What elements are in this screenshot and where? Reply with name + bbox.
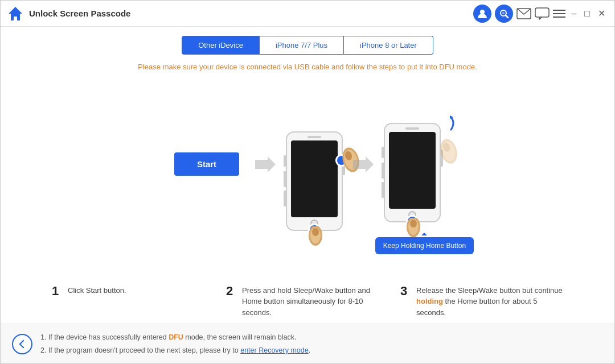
- title-bar-left: Unlock Screen Passcode: [7, 6, 130, 22]
- minimize-button[interactable]: –: [569, 7, 579, 20]
- arrow-1: [255, 156, 276, 172]
- app-title: Unlock Screen Passcode: [29, 9, 130, 18]
- bottom-note-1: 1. If the device has successfully entere…: [40, 331, 603, 344]
- side-btn-left3-2: [284, 191, 286, 206]
- svg-point-4: [502, 12, 505, 14]
- step-1-desc: 1 Click Start button.: [52, 285, 215, 318]
- svg-rect-6: [535, 8, 549, 17]
- phone-step3: Keep Holding Home Button: [384, 123, 441, 239]
- chat-icon[interactable]: [535, 7, 550, 20]
- user-icon[interactable]: [473, 5, 491, 23]
- step-1-text: Click Start button.: [68, 285, 126, 296]
- release-arrow-icon: [434, 113, 456, 134]
- maximize-button[interactable]: □: [582, 7, 592, 20]
- finger-bottom-2: [302, 226, 329, 254]
- home-icon: [7, 6, 23, 22]
- subtitle-text: Please make sure your device is connecte…: [138, 63, 477, 71]
- tab-iphone8-later[interactable]: iPhone 8 or Later: [344, 36, 433, 55]
- steps-row: Start: [18, 78, 597, 279]
- tab-bar: Other iDevice iPhone 7/7 Plus iPhone 8 o…: [1, 27, 614, 59]
- step-1-num: 1: [52, 285, 63, 297]
- mail-icon[interactable]: [516, 8, 531, 19]
- side-btn-left3-3: [382, 182, 384, 198]
- tab-iphone77plus[interactable]: iPhone 7/7 Plus: [260, 36, 344, 55]
- side-btn-left1-3: [382, 147, 384, 158]
- menu-icon[interactable]: [553, 9, 565, 18]
- step-3-desc: 3 Release the Sleep/Wake button but cont…: [400, 285, 563, 318]
- phone-screen-3: [389, 132, 436, 209]
- phone-step2: [286, 131, 343, 231]
- title-bar-icons: – □ ✕: [473, 5, 608, 23]
- svg-point-1: [480, 10, 485, 14]
- steps-desc-row: 1 Click Start button. 2 Press and hold S…: [18, 279, 597, 324]
- side-btn-left1-2: [284, 155, 286, 167]
- title-bar: Unlock Screen Passcode: [1, 1, 614, 27]
- bottom-bar: 1. If the device has successfully entere…: [1, 324, 614, 363]
- phone-speaker-3: [405, 127, 419, 130]
- tooltip-keep-holding: Keep Holding Home Button: [375, 237, 474, 254]
- start-section: Start: [174, 152, 239, 176]
- finger-right-3: [436, 134, 461, 168]
- svg-point-24: [410, 220, 417, 228]
- step-2-num: 2: [226, 285, 237, 297]
- svg-marker-10: [255, 156, 276, 172]
- tab-other-idevice[interactable]: Other iDevice: [182, 36, 260, 55]
- back-button[interactable]: [12, 334, 32, 354]
- step-2-desc: 2 Press and hold Sleep/Wake button and H…: [226, 285, 389, 318]
- bottom-note-2: 2. If the program doesn't proceed to the…: [40, 344, 603, 357]
- phone-screen-2: [291, 140, 338, 217]
- phone-3: Keep Holding Home Button: [384, 123, 441, 222]
- step-3-text: Release the Sleep/Wake button but contin…: [416, 285, 563, 318]
- side-btn-left2-3: [382, 163, 384, 179]
- main-content: Start: [1, 78, 614, 324]
- start-button[interactable]: Start: [174, 152, 239, 176]
- svg-marker-0: [9, 7, 22, 20]
- phone-speaker-2: [308, 136, 321, 138]
- step-2-text: Press and hold Sleep/Wake button and Hom…: [242, 285, 389, 318]
- recovery-mode-link[interactable]: enter Recovery mode: [240, 346, 309, 354]
- close-button[interactable]: ✕: [596, 7, 608, 20]
- svg-line-3: [506, 15, 508, 18]
- arrow-2: [353, 156, 374, 172]
- step-3-num: 3: [400, 285, 412, 297]
- subtitle: Please make sure your device is connecte…: [1, 59, 614, 78]
- side-btn-left2-2: [284, 171, 286, 187]
- svg-marker-17: [353, 156, 374, 172]
- svg-point-16: [312, 228, 319, 236]
- phone-2: [286, 131, 343, 231]
- search-icon[interactable]: [495, 5, 513, 23]
